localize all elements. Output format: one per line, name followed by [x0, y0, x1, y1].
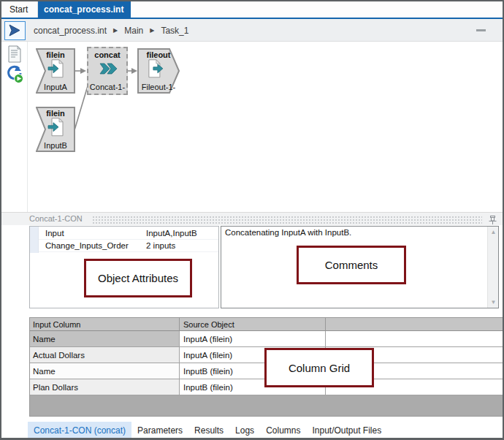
grid-header-row: Input Column Source Object	[30, 318, 503, 331]
attribute-name: Input	[45, 229, 64, 238]
node-instance-label: InputB	[36, 141, 75, 150]
input-column-cell[interactable]: Plan Dollars	[30, 379, 180, 395]
node-type-label: filein	[36, 109, 75, 118]
column-grid-annotation: Column Grid	[264, 348, 374, 387]
node-inputA[interactable]: filein InputA	[36, 48, 75, 94]
node-instance-label: InputA	[36, 83, 75, 91]
tab-results[interactable]: Results	[188, 422, 229, 439]
tab-logs[interactable]: Logs	[229, 422, 260, 439]
empty-cell[interactable]	[326, 331, 503, 347]
source-object-cell[interactable]: InputA (filein)	[180, 331, 326, 347]
grid-row[interactable]: Name InputA (filein)	[30, 331, 503, 347]
tab-input-output-files[interactable]: Input/Output Files	[306, 422, 387, 439]
node-inputB[interactable]: filein InputB	[36, 107, 75, 152]
concat-icon	[97, 61, 118, 80]
input-column-cell[interactable]: Name	[30, 331, 180, 347]
filein-icon	[46, 59, 65, 81]
object-attributes-annotation: Object Attributes	[84, 259, 192, 297]
node-type-label: filein	[36, 50, 75, 59]
panel-title: Concat-1-CON	[29, 214, 83, 223]
comments-text[interactable]: Concatenating InputA with InputB.	[225, 228, 351, 237]
scroll-up-icon[interactable]: ▲	[488, 229, 499, 235]
comments-annotation: Comments	[297, 246, 406, 284]
attribute-name: Change_Inputs_Order	[45, 241, 129, 250]
comments-scrollbar[interactable]: ▲ ▼	[487, 227, 498, 308]
node-fileout[interactable]: fileout Fileout-1-	[137, 48, 180, 94]
grid-header-cell[interactable]: Source Object	[180, 318, 326, 331]
tab-parameters[interactable]: Parameters	[131, 422, 188, 439]
fileout-icon	[147, 59, 166, 81]
app-window: Start concat_process.int ✕ concat_proces…	[0, 0, 504, 440]
tab-concat-1-con[interactable]: Concat-1-CON (concat)	[28, 422, 131, 439]
panel-drag-handle[interactable]	[92, 216, 482, 224]
input-column-cell[interactable]: Actual Dollars	[30, 347, 180, 363]
filein-icon	[46, 118, 65, 140]
attribute-row[interactable]: Input InputA,InputB	[39, 227, 218, 240]
node-type-label: concat	[88, 50, 126, 59]
grid-header-cell[interactable]	[326, 318, 503, 331]
attributes-row-gutter	[30, 227, 39, 253]
input-column-cell[interactable]: Name	[30, 363, 180, 379]
scroll-down-icon[interactable]: ▼	[488, 299, 499, 306]
node-instance-label: Fileout-1-	[137, 83, 180, 91]
node-instance-label: Concat-1-	[88, 83, 126, 91]
attribute-value[interactable]: InputA,InputB	[146, 229, 197, 238]
node-type-label: fileout	[137, 50, 180, 59]
grid-header-cell[interactable]: Input Column	[30, 318, 180, 331]
tab-columns[interactable]: Columns	[260, 422, 306, 439]
node-concat[interactable]: concat Concat-1-	[87, 47, 128, 95]
bottom-tab-bar: Concat-1-CON (concat) Parameters Results…	[1, 422, 503, 439]
attribute-row[interactable]: Change_Inputs_Order 2 inputs	[39, 240, 218, 252]
attribute-value[interactable]: 2 inputs	[146, 241, 175, 250]
